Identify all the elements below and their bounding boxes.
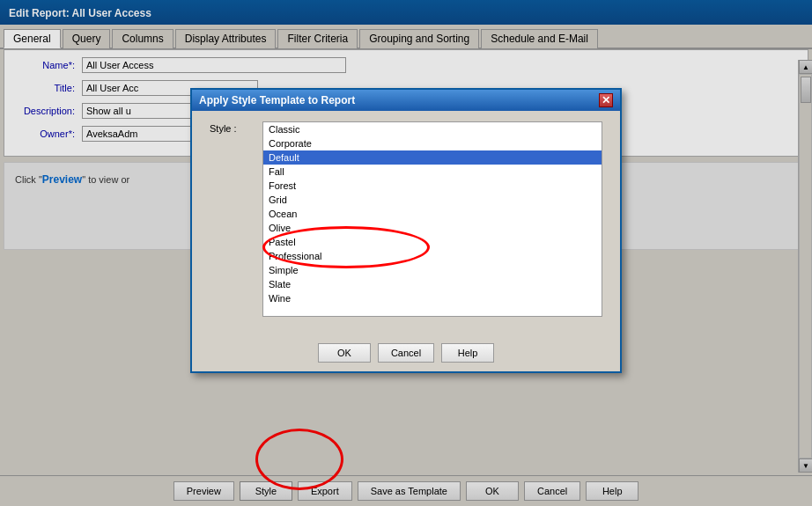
- list-item[interactable]: Classic: [263, 122, 602, 136]
- list-item[interactable]: Pastel: [263, 235, 602, 249]
- list-item[interactable]: Default: [263, 150, 602, 165]
- modal-cancel-button[interactable]: Cancel: [378, 343, 434, 363]
- page-wrapper: Edit Report: All User Access General Que…: [0, 0, 812, 506]
- list-item[interactable]: Olive: [263, 221, 602, 235]
- modal-ok-button[interactable]: OK: [318, 343, 371, 363]
- style-listbox[interactable]: ClassicCorporateDefaultFallForestGridOce…: [263, 122, 602, 316]
- modal-close-button[interactable]: ✕: [599, 93, 613, 107]
- list-item[interactable]: Simple: [263, 263, 602, 277]
- list-item[interactable]: Fall: [263, 165, 602, 179]
- list-item[interactable]: Slate: [263, 277, 602, 291]
- list-item[interactable]: Professional: [263, 249, 602, 263]
- modal-help-button[interactable]: Help: [441, 343, 494, 363]
- list-item[interactable]: Forest: [263, 179, 602, 193]
- style-listbox-container: ClassicCorporateDefaultFallForestGridOce…: [262, 121, 602, 317]
- modal-body: Style : ClassicCorporateDefaultFallFores…: [192, 111, 620, 334]
- list-item[interactable]: Grid: [263, 193, 602, 207]
- modal-title-bar: Apply Style Template to Report ✕: [192, 90, 620, 111]
- modal-title: Apply Style Template to Report: [199, 94, 355, 106]
- modal-overlay: Apply Style Template to Report ✕ Style :…: [0, 0, 812, 506]
- list-item[interactable]: Ocean: [263, 207, 602, 221]
- list-item[interactable]: Wine: [263, 291, 602, 305]
- list-item[interactable]: Corporate: [263, 136, 602, 150]
- modal-dialog: Apply Style Template to Report ✕ Style :…: [190, 88, 622, 373]
- style-row: Style : ClassicCorporateDefaultFallFores…: [210, 121, 602, 317]
- style-label: Style :: [210, 121, 262, 134]
- modal-footer: OK Cancel Help: [192, 334, 620, 371]
